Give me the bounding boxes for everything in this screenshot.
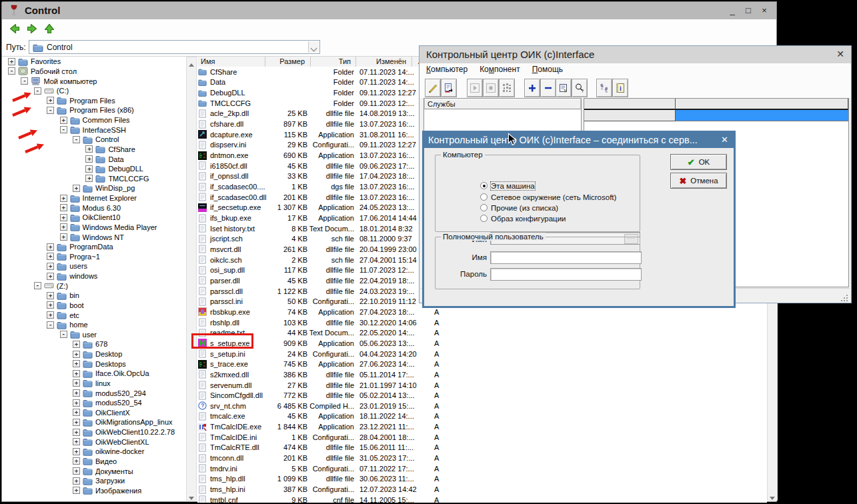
tree-expand-toggle[interactable]: + [60,117,67,124]
tree-expand-toggle[interactable]: - [21,77,28,85]
file-row[interactable]: TmCalcIDE.ini1 KBConfigurati...28.04.200… [197,432,767,443]
tree-expand-toggle[interactable]: + [73,457,80,465]
menu-item-Помощь[interactable]: Помощь [527,63,568,75]
tree-expand-toggle[interactable]: + [47,273,54,280]
tree-expand-toggle[interactable]: - [34,282,41,289]
tree-item[interactable]: +ProgramData [4,242,185,252]
tree-expand-toggle[interactable]: + [73,389,80,397]
grid-selected-cell[interactable] [676,110,848,121]
tree-item[interactable]: +Modus 6.30 [4,203,185,213]
tree-item[interactable]: +OikClientX [4,408,185,418]
services-header[interactable]: Службы [424,99,581,109]
tree-item[interactable]: +OikWebClient10.22.2.78 [4,427,185,437]
dialog-titlebar[interactable]: Контрольный центр ОИК (c)Interface – сое… [424,133,734,148]
tree-item[interactable]: +Desktop [4,349,185,359]
menu-item-Компонент[interactable]: Компонент [474,63,526,75]
tree-expand-toggle[interactable]: + [60,233,67,241]
tree-item[interactable]: +modus520_294 [4,388,185,398]
tree-item[interactable]: +OikWebClientXL [4,437,185,447]
file-row[interactable]: SincomCfgdll.dll772 KBdllfile file05.02.… [197,390,767,401]
tree-expand-toggle[interactable]: + [60,223,67,231]
tree-item[interactable]: +TMCLCCFG [4,174,185,184]
column-header[interactable]: Имя [197,57,265,67]
tree-expand-toggle[interactable]: + [47,301,54,309]
close-icon[interactable]: ✕ [721,135,728,145]
tree-expand-toggle[interactable]: + [73,419,80,426]
tree-expand-toggle[interactable]: - [34,87,41,95]
tree-item[interactable]: +Desktops [4,359,185,369]
tree-item[interactable]: +bin [4,291,185,301]
tree-item[interactable]: +linux [4,379,185,389]
properties-toolbar-button[interactable] [556,79,572,97]
tree-expand-toggle[interactable]: + [8,58,15,65]
tree-expand-toggle[interactable]: + [73,487,80,494]
tree-item[interactable]: +Документы [4,466,185,476]
tree-item[interactable]: +modus520_54 [4,398,185,408]
tree-item[interactable]: +windows [4,271,185,281]
tree-expand-toggle[interactable]: + [47,263,54,270]
file-row[interactable]: tmdrv.ini5 KBConfigurati...07.11.2022 17… [197,463,767,474]
path-dropdown-button[interactable] [308,41,319,53]
file-row[interactable]: TmCalcRTE.dll474 KBdllfile file15.06.201… [197,443,767,453]
tree-item[interactable]: +WinDisp_pg [4,183,185,193]
tree-item[interactable]: +Windows NT [4,232,185,242]
tree-scrollbar[interactable] [186,57,197,501]
radio-option[interactable]: Сетевое окружение (сеть Microsoft) [480,192,616,202]
tree-expand-toggle[interactable]: + [60,195,67,202]
tree-item[interactable]: -home [4,320,185,330]
remove-toolbar-button[interactable] [540,79,556,97]
auth-name-input[interactable] [490,251,642,264]
export-toolbar-button[interactable] [441,79,457,97]
log-toolbar-button[interactable]: i [612,79,628,97]
radio-button-icon[interactable] [480,215,488,222]
tree-expand-toggle[interactable]: + [73,185,80,192]
tree-item[interactable]: +oikwine-docker [4,447,185,457]
path-combobox[interactable]: Control [29,40,320,54]
tree-item[interactable]: +Видео [4,457,185,467]
play-toolbar-button[interactable] [467,79,483,97]
file-row[interactable]: tmconn.dll201 KBdllfile file31.05.2023 1… [197,453,767,463]
tree-expand-toggle[interactable]: + [73,429,80,436]
file-row[interactable]: tms_hlp.ini387 KBConfigurati...12.07.202… [197,484,767,495]
file-row[interactable]: tmcalc.exe45 KBApplication18.11.2022 14:… [197,411,767,422]
scroll-down-icon[interactable] [187,491,196,500]
tree-expand-toggle[interactable]: - [60,331,67,338]
file-row[interactable]: servenum.dll27 KBdllfile file21.01.1997 … [197,380,767,391]
tree-item[interactable]: +Internet Explorer [4,193,185,203]
tree-item[interactable]: +users [4,261,185,271]
file-row[interactable]: rbsbkup.exe74 KBApplication27.04.2023 18… [197,307,767,317]
file-row[interactable]: tmtbl.cnf9 KBcnf file14.11.2005 15:...A [197,495,767,503]
tree-expand-toggle[interactable]: + [73,360,80,367]
file-row[interactable]: s_setup.ini24 KBConfigurati...04.04.2023… [197,349,767,359]
tree-item[interactable]: +Progra~1 [4,252,185,262]
password-input[interactable] [490,268,642,281]
tree-item[interactable]: +OikMigrationsApp_linux [4,417,185,427]
tree-expand-toggle[interactable]: + [73,379,80,387]
tree-expand-toggle[interactable]: + [73,448,80,455]
resize-grip[interactable] [841,293,848,300]
tree-item[interactable]: +Iface.Oik.OpcUa [4,369,185,379]
file-row[interactable]: s2kmxed.dll386 KBdllfile file05.11.2014 … [197,369,767,380]
tree-expand-toggle[interactable]: + [47,97,54,104]
radio-button-icon[interactable] [480,182,488,189]
radio-button-icon[interactable] [480,204,488,211]
tree-expand-toggle[interactable]: - [73,136,80,143]
tree-item[interactable]: -Рабочий стол [4,67,185,77]
tree-item[interactable]: -(Z:) [4,281,185,291]
tree-expand-toggle[interactable]: + [85,165,93,173]
radio-option[interactable]: Прочие (из списка) [480,203,558,213]
tree-expand-toggle[interactable]: + [85,155,93,163]
tree-expand-toggle[interactable]: + [60,214,67,221]
tree-item[interactable]: +DebugDLL [4,164,185,174]
control-titlebar[interactable]: Control _ □ × [2,2,776,20]
pen-toolbar-button[interactable] [425,79,441,97]
tree-expand-toggle[interactable]: + [73,341,80,348]
tree-expand-toggle[interactable]: + [47,243,54,251]
forward-arrow-icon[interactable] [26,23,38,35]
tree-item[interactable]: -user [4,330,185,340]
close-icon[interactable]: ✕ [836,49,844,59]
tree-expand-toggle[interactable]: - [60,126,67,133]
tree-expand-toggle[interactable]: - [47,321,54,329]
tree-expand-toggle[interactable]: + [47,311,54,319]
column-header[interactable]: Изменён [356,57,412,67]
